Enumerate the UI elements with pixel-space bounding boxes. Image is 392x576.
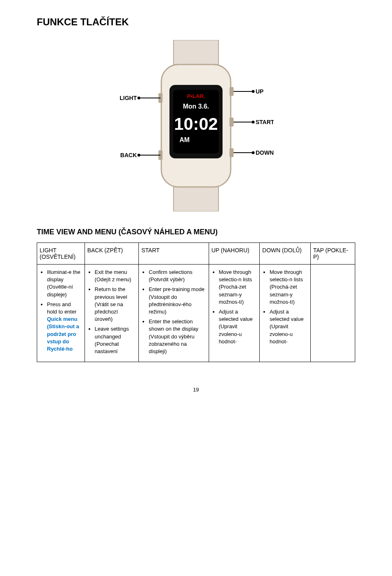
list-item: Enter the selection shown on the display… xyxy=(149,318,206,355)
watch-time: 10:02 xyxy=(174,114,218,133)
table-row: Illuminat-e the display (Osvětle-ní disp… xyxy=(37,265,355,362)
cell-light: Illuminat-e the display (Osvětle-ní disp… xyxy=(37,265,85,362)
watch-ampm: AM xyxy=(180,136,190,143)
svg-point-15 xyxy=(252,90,255,93)
text: Illuminat-e the display (Osvětle-ní disp… xyxy=(47,269,80,298)
page-heading: FUNKCE TLAČÍTEK xyxy=(37,16,355,28)
label-up: UP xyxy=(256,88,263,95)
table-header-row: LIGHT (OSVĚTLENÍ) BACK (ZPĚT) START UP (… xyxy=(37,243,355,265)
watch-day: Mon 3.6. xyxy=(183,103,209,110)
list-item: Enter pre-training mode (Vstoupit do pře… xyxy=(149,286,206,316)
label-down: DOWN xyxy=(256,149,274,156)
cell-down: Move through selectio-n lists (Prochá-ze… xyxy=(260,265,311,362)
section-title: TIME VIEW AND MENU (ČASOVÝ NÁHLED A MENU… xyxy=(37,228,355,236)
svg-rect-7 xyxy=(229,148,234,157)
list-item: Confirm selections (Potvrdit výběr) xyxy=(149,269,206,283)
svg-point-11 xyxy=(138,97,140,100)
label-start: START xyxy=(256,119,274,125)
svg-rect-1 xyxy=(174,187,218,211)
th-tap: TAP (POKLE-P) xyxy=(310,243,355,265)
list-item: Return to the previous level (Vrátit se … xyxy=(95,286,136,323)
list-item: Move through selectio-n lists (Prochá-ze… xyxy=(270,269,308,306)
label-back: BACK xyxy=(120,152,137,158)
watch-diagram: P•LAR. Mon 3.6. 10:02 AM LIGHT BACK UP S… xyxy=(37,40,355,211)
list-item: Leave settings unchanged (Ponechat nasta… xyxy=(95,325,136,355)
th-light: LIGHT (OSVĚTLENÍ) xyxy=(37,243,85,265)
cell-tap xyxy=(310,265,355,362)
th-up: UP (NAHORU) xyxy=(209,243,260,265)
list-item: Adjust a selected value (Upravit zvoleno… xyxy=(219,308,257,345)
list-item: Exit the menu (Odejít z menu) xyxy=(95,269,136,283)
text: Press and hold to enter xyxy=(47,301,76,315)
svg-point-17 xyxy=(252,121,255,124)
th-back: BACK (ZPĚT) xyxy=(85,243,138,265)
label-light: LIGHT xyxy=(120,95,137,101)
button-functions-table: LIGHT (OSVĚTLENÍ) BACK (ZPĚT) START UP (… xyxy=(37,242,355,362)
svg-rect-0 xyxy=(174,40,218,64)
svg-point-19 xyxy=(252,151,255,154)
svg-rect-6 xyxy=(229,118,234,127)
svg-rect-5 xyxy=(229,87,234,96)
cell-back: Exit the menu (Odejít z menu) Return to … xyxy=(85,265,138,362)
text-quickmenu: Quick menu (Stiskn-out a podržet pro vst… xyxy=(47,316,79,352)
cell-start: Confirm selections (Potvrdit výběr) Ente… xyxy=(139,265,209,362)
cell-up: Move through selectio-n lists (Prochá-ze… xyxy=(209,265,260,362)
th-start: START xyxy=(139,243,209,265)
watch-brand: P•LAR. xyxy=(187,93,205,99)
th-down: DOWN (DOLŮ) xyxy=(260,243,311,265)
svg-point-13 xyxy=(138,154,140,157)
list-item: Adjust a selected value (Upravit zvoleno… xyxy=(270,308,308,345)
page-number: 19 xyxy=(37,387,355,393)
list-item: Move through selectio-n lists (Prochá-ze… xyxy=(219,269,257,306)
